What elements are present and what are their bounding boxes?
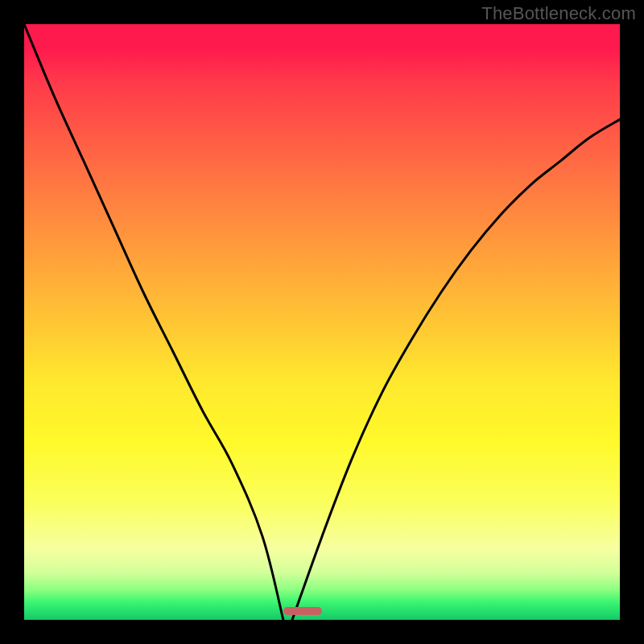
curve-layer (24, 24, 620, 620)
plot-area (24, 24, 620, 620)
curve-left (24, 24, 283, 620)
watermark-text: TheBottleneck.com (481, 3, 636, 24)
chart-frame: TheBottleneck.com (0, 0, 644, 644)
curve-right (292, 119, 620, 620)
optimal-marker (283, 607, 322, 615)
